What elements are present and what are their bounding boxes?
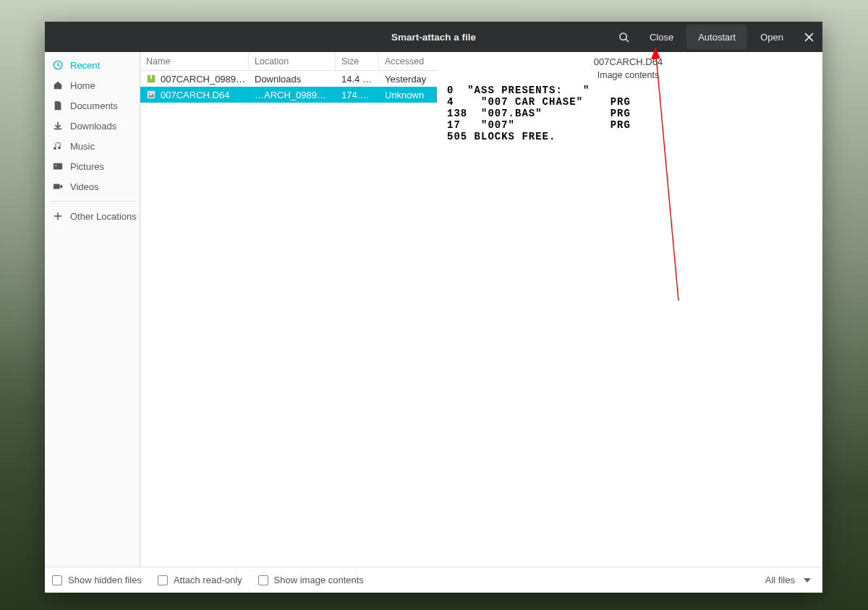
checkbox-label: Attach read-only [174,575,242,585]
sidebar-item-other-locations[interactable]: Other Locations [45,206,140,226]
search-button[interactable] [610,22,638,52]
chevron-down-icon [804,578,811,583]
music-icon [52,140,64,152]
checkbox-label: Show image contents [274,575,364,585]
sidebar-item-label: Home [70,80,95,91]
svg-rect-12 [148,91,156,99]
smart-attach-dialog: Smart-attach a file Close Autostart Open… [45,22,822,593]
file-size: 174.8 kB [336,90,379,100]
file-list-pane: Name Location Size Accessed 007CARCH_098… [140,52,437,567]
checkbox-icon [258,575,268,585]
downloads-icon [52,120,64,132]
close-button[interactable]: Close [638,22,685,52]
sidebar-item-documents[interactable]: Documents [45,95,140,116]
checkbox-icon [158,575,168,585]
dialog-footer: Show hidden files Attach read-only Show … [45,567,822,593]
documents-icon [52,100,64,111]
sidebar-item-label: Recent [70,60,100,71]
close-icon [804,33,814,42]
archive-file-icon [146,74,156,84]
svg-point-0 [620,33,626,39]
sidebar-item-label: Music [70,141,95,152]
col-header-size[interactable]: Size [336,52,379,70]
sidebar-item-label: Pictures [70,161,104,172]
checkbox-icon [52,575,62,585]
window-close-button[interactable] [795,22,822,52]
file-row[interactable]: 007CARCH.D64…ARCH_09892_01174.8 kBUnknow… [140,87,437,103]
home-icon [52,80,64,91]
pictures-icon [52,160,64,172]
checkbox-show-hidden[interactable]: Show hidden files [52,575,142,585]
preview-pane: 007CARCH.D64 Image contents 0 "ASS PRESE… [437,52,822,567]
checkbox-label: Show hidden files [68,575,142,585]
autostart-button[interactable]: Autostart [686,25,747,49]
file-name: 007CARCH.D64 [161,90,229,100]
svg-line-1 [626,39,629,42]
sidebar-item-label: Other Locations [70,211,137,222]
file-accessed: Unknown [379,90,437,100]
search-icon [618,32,629,43]
checkbox-show-image-contents[interactable]: Show image contents [258,575,364,585]
plus-icon [52,210,64,222]
sidebar-item-home[interactable]: Home [45,75,140,95]
file-filter-label: All files [765,575,795,585]
file-name: 007CARCH_0989… [161,74,245,85]
col-header-name[interactable]: Name [140,52,249,70]
sidebar-item-label: Videos [70,181,99,192]
file-size: 14.4 kB [336,74,379,85]
disk-image-icon [146,90,156,100]
videos-icon [52,181,64,192]
recent-icon [52,59,64,71]
sidebar-item-label: Documents [70,100,118,111]
sidebar-item-music[interactable]: Music [45,136,140,156]
open-button[interactable]: Open [749,22,795,52]
col-header-accessed[interactable]: Accessed [379,52,437,70]
preview-directory-listing: 0 "ASS PRESENTS: " 4 "007 CAR CHASE" PRG… [447,85,809,142]
checkbox-attach-readonly[interactable]: Attach read-only [158,575,242,585]
file-row[interactable]: 007CARCH_0989…Downloads14.4 kBYesterday [140,71,437,87]
svg-rect-11 [150,75,152,79]
svg-point-13 [149,93,150,94]
sidebar-item-pictures[interactable]: Pictures [45,156,140,176]
svg-rect-5 [54,163,62,170]
dialog-header: Smart-attach a file Close Autostart Open [45,22,822,52]
sidebar-item-label: Downloads [70,121,116,132]
svg-point-6 [56,165,57,166]
sidebar-item-downloads[interactable]: Downloads [45,116,140,136]
file-location: Downloads [249,74,336,85]
preview-subtitle: Image contents [447,70,809,80]
file-list-header: Name Location Size Accessed [140,52,437,71]
preview-filename: 007CARCH.D64 [447,56,809,67]
sidebar-item-videos[interactable]: Videos [45,176,140,197]
file-accessed: Yesterday [379,74,437,85]
svg-rect-7 [54,184,60,189]
file-location: …ARCH_09892_01 [249,90,336,100]
col-header-location[interactable]: Location [249,52,336,70]
sidebar: Recent Home Documents Downloads Music Pi… [45,52,140,567]
file-filter-dropdown[interactable]: All files [765,575,815,585]
sidebar-item-recent[interactable]: Recent [45,55,140,75]
